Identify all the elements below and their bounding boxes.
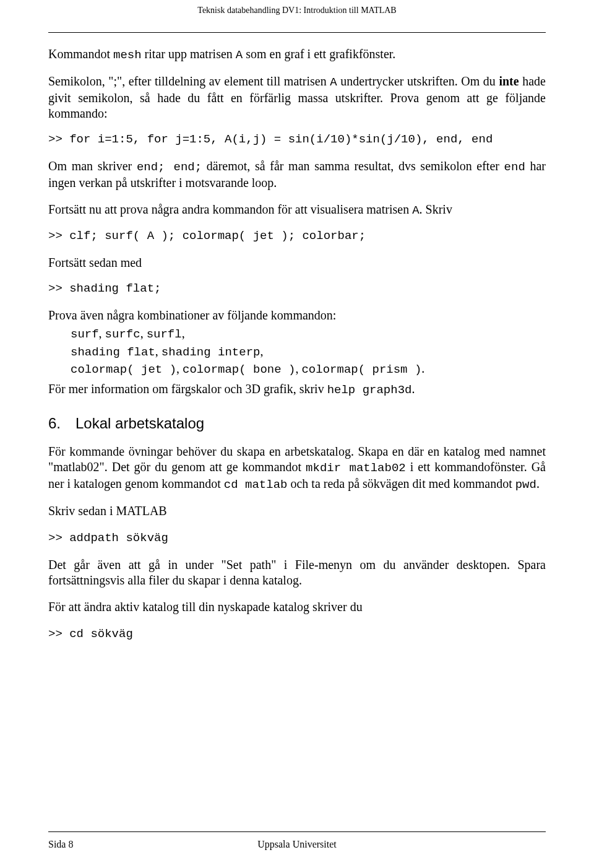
text: och ta reda på sökvägen dit med kommando… bbox=[287, 477, 515, 490]
text: undertrycker utskriften. Om du bbox=[337, 74, 499, 88]
code-help: help graph3d bbox=[327, 383, 412, 397]
code-surf: surf bbox=[71, 328, 99, 341]
code-for-loop: >> for i=1:5, for j=1:5, A(i,j) = sin(i/… bbox=[48, 132, 546, 147]
para-fortsatt: Fortsätt nu att prova några andra komman… bbox=[48, 202, 546, 219]
code-shading-interp: shading interp bbox=[161, 345, 260, 359]
para-prova: Prova även några kombinationer av följan… bbox=[48, 308, 546, 323]
text: Kommandot bbox=[48, 47, 113, 61]
para-mesh: Kommandot mesh ritar upp matrisen A som … bbox=[48, 46, 546, 63]
text: däremot, så får man samma resultat, dvs … bbox=[202, 159, 504, 173]
bottom-divider bbox=[48, 831, 546, 832]
para-end: Om man skriver end; end; däremot, så får… bbox=[48, 158, 546, 191]
text: som en graf i ett grafikfönster. bbox=[243, 47, 395, 61]
footer-right bbox=[471, 838, 546, 851]
code-surf: >> clf; surf( A ); colormap( jet ); colo… bbox=[48, 229, 546, 244]
code-colormap-jet: colormap( jet ) bbox=[71, 363, 176, 376]
section-number: 6. bbox=[48, 414, 75, 433]
code-colormap-prism: colormap( prism ) bbox=[301, 363, 421, 376]
para-fortsatt-sedan: Fortsätt sedan med bbox=[48, 255, 546, 271]
text: ritar upp matrisen bbox=[142, 47, 236, 61]
page: Teknisk databehandling DV1: Introduktion… bbox=[0, 0, 594, 868]
code-a: A bbox=[412, 204, 419, 217]
content: Kommandot mesh ritar upp matrisen A som … bbox=[48, 46, 546, 832]
code-addpath: >> addpath sökväg bbox=[48, 531, 546, 546]
para-semikolon: Semikolon, ";", efter tilldelning av ele… bbox=[48, 74, 546, 121]
list-line-2: shading flat, shading interp, bbox=[71, 344, 546, 360]
code-a: A bbox=[236, 48, 243, 62]
para-skriv-sedan: Skriv sedan i MATLAB bbox=[48, 503, 546, 519]
para-andra: För att ändra aktiv katalog till din nys… bbox=[48, 599, 546, 615]
text: Fortsätt nu att prova några andra komman… bbox=[48, 202, 412, 216]
para-setpath: Det går även att gå in under "Set path" … bbox=[48, 557, 546, 588]
section-title: Lokal arbetskatalog bbox=[75, 415, 204, 432]
footer-page: Sida 8 bbox=[48, 838, 123, 851]
code-a: A bbox=[330, 76, 337, 89]
para-help: För mer information om färgskalor och 3D… bbox=[48, 381, 546, 398]
footer-university: Uppsala Universitet bbox=[123, 838, 471, 851]
footer: Sida 8 Uppsala Universitet bbox=[48, 838, 546, 851]
code-end: end; end; bbox=[137, 160, 202, 174]
text: Om man skriver bbox=[48, 159, 137, 173]
text: . bbox=[536, 477, 540, 490]
code-surfl: surfl bbox=[147, 328, 182, 341]
code-shading: >> shading flat; bbox=[48, 282, 546, 297]
code-pwd: pwd bbox=[515, 478, 536, 492]
list-line-1: surf, surfc, surfl, bbox=[71, 326, 546, 342]
list-line-3: colormap( jet ), colormap( bone ), color… bbox=[71, 361, 546, 378]
section-heading: 6.Lokal arbetskatalog bbox=[48, 414, 546, 433]
top-divider bbox=[48, 32, 546, 33]
code-mesh: mesh bbox=[113, 48, 142, 62]
text: Prova även några kombinationer av följan… bbox=[48, 308, 336, 322]
bold-inte: inte bbox=[499, 74, 519, 88]
code-surfc: surfc bbox=[105, 328, 140, 341]
code-shading-flat: shading flat bbox=[71, 345, 155, 359]
code-end2: end bbox=[504, 160, 525, 174]
code-mkdir: mkdir matlab02 bbox=[306, 461, 406, 475]
para-katalog: För kommande övningar behöver du skapa e… bbox=[48, 444, 546, 493]
text: Semikolon, ";", efter tilldelning av ele… bbox=[48, 74, 330, 88]
running-header: Teknisk databehandling DV1: Introduktion… bbox=[48, 5, 546, 16]
code-cd-sokvag: >> cd sökväg bbox=[48, 627, 546, 642]
text: För mer information om färgskalor och 3D… bbox=[48, 382, 327, 396]
code-cd: cd matlab bbox=[224, 478, 288, 492]
text: . Skriv bbox=[420, 202, 452, 216]
text: . bbox=[411, 382, 415, 396]
code-colormap-bone: colormap( bone ) bbox=[183, 363, 295, 376]
